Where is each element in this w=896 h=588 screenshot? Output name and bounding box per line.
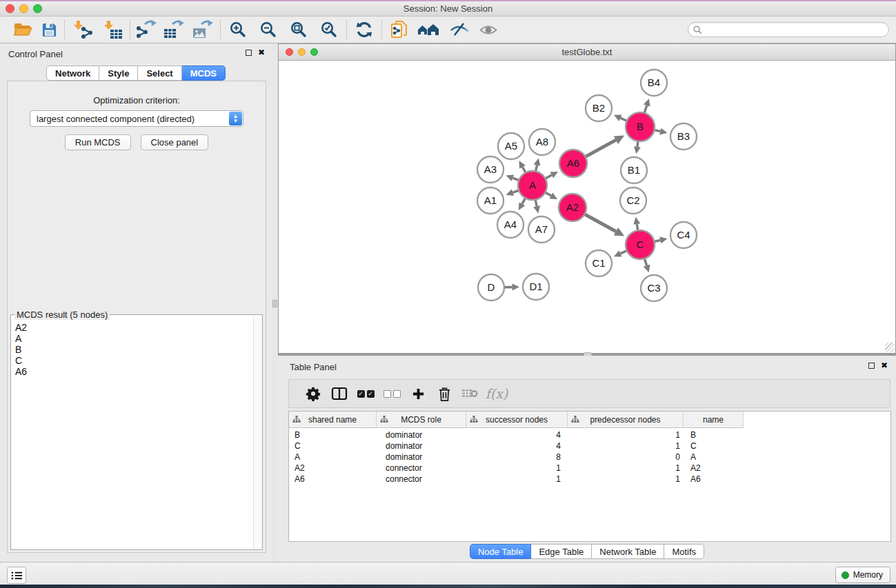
refresh-button[interactable] [349, 18, 379, 41]
graph-node-B[interactable]: B [626, 112, 655, 141]
graph-edge-A-A3[interactable] [506, 174, 520, 181]
zoom-fit-button[interactable] [283, 18, 314, 41]
table-cell[interactable]: 0 [568, 452, 684, 463]
tab-network[interactable]: Network [46, 65, 99, 81]
result-item[interactable]: C [15, 355, 253, 366]
tab-style[interactable]: Style [99, 65, 138, 81]
close-panel-button[interactable]: Close panel [141, 134, 209, 150]
graph-node-D[interactable]: D [478, 274, 504, 301]
table-cell[interactable]: C [289, 440, 377, 452]
graph-edge-A6-B[interactable] [584, 135, 624, 157]
tab-node-table[interactable]: Node Table [470, 544, 532, 559]
table-cell[interactable]: 4 [466, 429, 568, 440]
search-box[interactable] [688, 22, 889, 37]
graph-edge-B-B2[interactable] [614, 115, 628, 122]
graph-node-A8[interactable]: A8 [529, 129, 555, 155]
graph-node-A2[interactable]: A2 [559, 194, 586, 221]
column-header-predecessor-nodes[interactable]: predecessor nodes [568, 412, 684, 428]
zoom-in-button[interactable] [223, 18, 253, 41]
result-item[interactable]: B [15, 344, 253, 355]
table-cell[interactable]: B [289, 429, 377, 440]
graph-node-C3[interactable]: C3 [641, 275, 667, 301]
divider-grip[interactable] [272, 300, 277, 307]
column-header-MCDS-role[interactable]: MCDS role [377, 412, 466, 428]
table-row[interactable]: Bdominator41B [289, 429, 890, 440]
clone-network-button[interactable] [384, 18, 413, 41]
close-table-panel-icon[interactable]: ✖ [881, 362, 888, 369]
import-network-button[interactable] [67, 18, 97, 41]
open-session-button[interactable] [10, 18, 36, 41]
table-settings-button[interactable] [300, 381, 326, 406]
hide-selected-button[interactable] [445, 18, 474, 41]
graph-node-A[interactable]: A [518, 171, 547, 200]
zoom-out-button[interactable] [253, 18, 283, 41]
graph-node-C4[interactable]: C4 [670, 222, 697, 248]
show-all-button[interactable] [474, 18, 503, 41]
graph-edge-C-C1[interactable] [614, 250, 628, 257]
graph-edge-A-A2[interactable] [544, 192, 557, 199]
table-cell[interactable]: 1 [466, 463, 568, 474]
table-row[interactable]: Adominator80A [289, 452, 890, 463]
delete-column-button[interactable] [431, 381, 457, 406]
graph-node-A7[interactable]: A7 [528, 216, 555, 243]
tab-edge-table[interactable]: Edge Table [531, 544, 592, 559]
resize-grip-icon[interactable] [885, 343, 895, 352]
memory-button[interactable]: Memory [835, 567, 890, 583]
panel-divider[interactable] [272, 43, 278, 562]
criterion-select[interactable]: largest connected component (directed) ▲… [30, 110, 243, 127]
graph-node-B1[interactable]: B1 [621, 157, 647, 183]
graph-node-A4[interactable]: A4 [497, 212, 524, 238]
run-mcds-button[interactable]: Run MCDS [65, 134, 131, 150]
task-history-button[interactable] [7, 567, 26, 584]
export-network-button[interactable] [132, 18, 160, 41]
network-canvas-svg[interactable]: B4B2BB3A8A5A6A3B1AA1C2A2A4A7C4CC1C3DD1 [279, 61, 895, 353]
table-cell[interactable]: A [684, 452, 744, 463]
tab-network-table[interactable]: Network Table [592, 544, 664, 559]
float-table-panel-icon[interactable] [868, 363, 875, 369]
table-cell[interactable]: A6 [289, 474, 377, 485]
table-cell[interactable]: 1 [568, 429, 684, 440]
table-cell[interactable]: connector [377, 463, 466, 474]
result-item[interactable]: A6 [15, 366, 253, 377]
network-canvas[interactable]: B4B2BB3A8A5A6A3B1AA1C2A2A4A7C4CC1C3DD1 [279, 61, 895, 353]
table-cell[interactable]: 1 [568, 463, 684, 474]
function-builder-button[interactable]: f(x) [484, 381, 510, 406]
graph-node-B3[interactable]: B3 [670, 123, 697, 150]
table-cell[interactable]: 1 [568, 440, 684, 452]
export-table-button[interactable] [160, 18, 188, 41]
mcds-result-list[interactable]: A2ABCA6 [11, 317, 253, 549]
graph-edge-A-A5[interactable] [519, 161, 526, 174]
table-row[interactable]: A2connector11A2 [289, 463, 890, 474]
close-panel-icon[interactable]: ✖ [258, 49, 265, 57]
graph-edge-A-A6[interactable] [544, 172, 558, 179]
table-cell[interactable]: C [684, 440, 744, 452]
graph-node-B4[interactable]: B4 [641, 70, 667, 96]
table-cell[interactable]: connector [377, 474, 466, 485]
table-cell[interactable]: 4 [466, 440, 568, 452]
graph-edge-A2-C[interactable] [584, 214, 624, 236]
import-table-button[interactable] [97, 18, 128, 41]
graph-node-C1[interactable]: C1 [586, 250, 612, 276]
table-cell[interactable]: A6 [684, 474, 744, 485]
graph-node-A3[interactable]: A3 [477, 156, 504, 183]
table-cell[interactable]: 1 [466, 474, 568, 485]
graph-edge-B-B4[interactable] [644, 99, 650, 114]
graph-edge-A-A4[interactable] [519, 197, 526, 211]
table-cell[interactable]: dominator [377, 440, 466, 452]
node-table[interactable]: shared nameMCDS rolesuccessor nodesprede… [288, 411, 891, 542]
zoom-selected-button[interactable] [314, 18, 344, 41]
column-header-name[interactable]: name [684, 412, 744, 428]
graph-node-C[interactable]: C [626, 230, 655, 259]
graph-node-A1[interactable]: A1 [477, 187, 504, 214]
table-row[interactable]: Cdominator41C [289, 440, 890, 452]
first-neighbors-button[interactable] [413, 18, 445, 41]
deselect-all-columns-button[interactable] [379, 381, 405, 406]
result-item[interactable]: A2 [15, 322, 253, 333]
result-item[interactable]: A [15, 333, 253, 344]
table-row[interactable]: A6connector11A6 [289, 474, 890, 485]
save-session-button[interactable] [36, 18, 62, 41]
graph-node-A5[interactable]: A5 [498, 133, 524, 159]
select-all-columns-button[interactable]: ✓✓ [352, 381, 379, 406]
table-cell[interactable]: A [289, 452, 377, 463]
graph-node-D1[interactable]: D1 [523, 274, 549, 300]
